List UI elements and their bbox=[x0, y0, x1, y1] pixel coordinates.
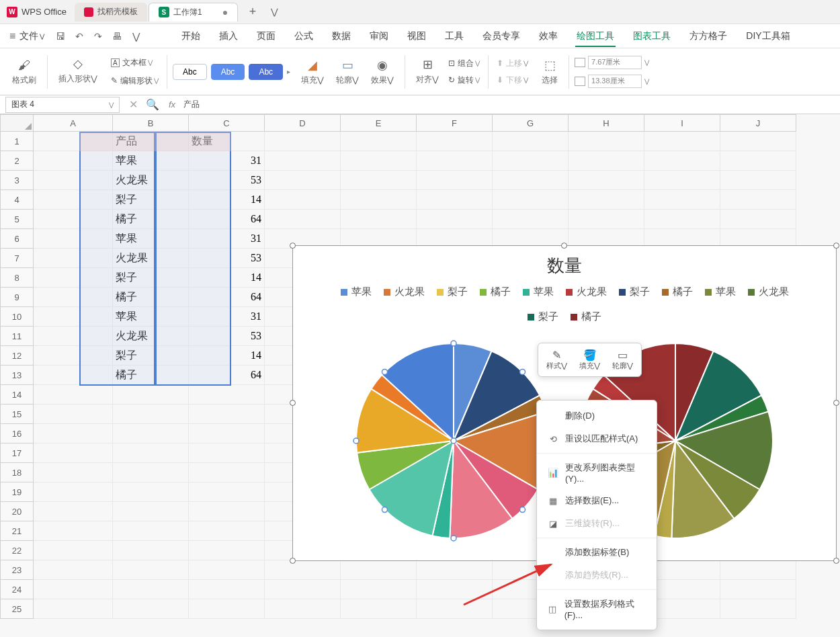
cell[interactable] bbox=[34, 346, 113, 366]
cell[interactable] bbox=[34, 443, 113, 463]
cell[interactable] bbox=[644, 171, 720, 190]
row-header[interactable]: 19 bbox=[0, 482, 34, 502]
effect-button[interactable]: ◉效果⋁ bbox=[366, 57, 399, 86]
cell[interactable] bbox=[493, 132, 569, 151]
cell[interactable] bbox=[569, 132, 644, 151]
rotate-button[interactable]: ↻旋转⋁ bbox=[446, 73, 482, 87]
ctx-select-data[interactable]: ▦选择数据(E)... bbox=[537, 489, 657, 512]
cell[interactable] bbox=[417, 580, 493, 599]
cell[interactable] bbox=[34, 210, 113, 229]
cell[interactable] bbox=[493, 151, 569, 171]
cell[interactable]: 梨子 bbox=[113, 268, 189, 288]
cell[interactable] bbox=[34, 307, 113, 327]
ctx-delete[interactable]: 删除(D) bbox=[537, 405, 657, 427]
outline-button[interactable]: ▭轮廓⋁ bbox=[331, 57, 364, 86]
menutab-10[interactable]: 绘图工具 bbox=[567, 24, 624, 48]
cell[interactable] bbox=[569, 151, 644, 171]
col-header[interactable]: D bbox=[265, 114, 341, 132]
row-header[interactable]: 6 bbox=[0, 229, 34, 249]
row-header[interactable]: 5 bbox=[0, 210, 34, 229]
row-header[interactable]: 17 bbox=[0, 443, 34, 463]
cell[interactable] bbox=[644, 132, 720, 151]
cell[interactable] bbox=[417, 132, 493, 151]
fill-button[interactable]: ◢填充⋁ bbox=[296, 57, 329, 86]
resize-handle[interactable] bbox=[833, 558, 839, 564]
formula-input[interactable]: 产品 bbox=[181, 99, 840, 110]
row-header[interactable]: 12 bbox=[0, 346, 34, 366]
cell[interactable] bbox=[720, 132, 796, 151]
menutab-8[interactable]: 会员专享 bbox=[473, 24, 530, 48]
cell[interactable] bbox=[113, 599, 189, 619]
cell[interactable] bbox=[113, 443, 189, 463]
cell[interactable] bbox=[113, 463, 189, 482]
row-header[interactable]: 10 bbox=[0, 307, 34, 327]
row-header[interactable]: 7 bbox=[0, 249, 34, 268]
fx-icon[interactable]: fx bbox=[169, 99, 175, 110]
move-down-button[interactable]: ⬇下移⋁ bbox=[494, 73, 531, 87]
row-header[interactable]: 14 bbox=[0, 385, 34, 405]
insert-shape-button[interactable]: ◇ 插入形状⋁ bbox=[53, 56, 103, 88]
col-header[interactable]: F bbox=[417, 114, 493, 132]
cell[interactable] bbox=[417, 210, 493, 229]
mini-fill-button[interactable]: 🪣填充⋁ bbox=[575, 347, 604, 372]
cell[interactable] bbox=[189, 599, 265, 619]
cell[interactable] bbox=[113, 541, 189, 560]
cell[interactable] bbox=[189, 405, 265, 424]
cell[interactable] bbox=[34, 385, 113, 405]
legend-item[interactable]: 橘子 bbox=[662, 286, 693, 298]
cell[interactable] bbox=[113, 521, 189, 541]
cell[interactable] bbox=[265, 580, 341, 599]
row-header[interactable]: 4 bbox=[0, 190, 34, 210]
cell[interactable]: 火龙果 bbox=[113, 327, 189, 346]
menutab-1[interactable]: 插入 bbox=[210, 24, 247, 48]
menutab-3[interactable]: 公式 bbox=[285, 24, 323, 48]
hamburger-icon[interactable]: ≡ bbox=[5, 30, 19, 42]
move-up-button[interactable]: ⬆上移⋁ bbox=[494, 56, 531, 71]
cell[interactable] bbox=[569, 190, 644, 210]
cell[interactable] bbox=[265, 132, 341, 151]
row-header[interactable]: 22 bbox=[0, 541, 34, 560]
mini-style-button[interactable]: ✎样式⋁ bbox=[542, 347, 571, 372]
cell[interactable]: 橘子 bbox=[113, 288, 189, 307]
cell[interactable] bbox=[34, 405, 113, 424]
cell[interactable]: 梨子 bbox=[113, 346, 189, 366]
cell[interactable] bbox=[569, 171, 644, 190]
menutab-6[interactable]: 视图 bbox=[398, 24, 435, 48]
row-header[interactable]: 9 bbox=[0, 288, 34, 307]
cell[interactable] bbox=[265, 151, 341, 171]
tab-workbook[interactable]: S 工作簿1 ● bbox=[149, 3, 238, 22]
cell[interactable] bbox=[34, 502, 113, 521]
cell[interactable] bbox=[644, 151, 720, 171]
resize-handle[interactable] bbox=[290, 243, 296, 249]
menutab-12[interactable]: 方方格子 bbox=[680, 24, 737, 48]
cell[interactable] bbox=[341, 580, 417, 599]
cell[interactable]: 64 bbox=[189, 288, 265, 307]
menutab-2[interactable]: 页面 bbox=[247, 24, 285, 48]
group-button[interactable]: ⊡组合⋁ bbox=[446, 56, 482, 71]
resize-handle[interactable] bbox=[561, 243, 567, 249]
ctx-reset-style[interactable]: ⟲重设以匹配样式(A) bbox=[537, 427, 657, 450]
cell[interactable] bbox=[341, 560, 417, 580]
cell[interactable]: 苹果 bbox=[113, 151, 189, 171]
chart-title[interactable]: 数量 bbox=[293, 254, 836, 278]
legend-item[interactable]: 火龙果 bbox=[384, 286, 425, 298]
col-header[interactable]: I bbox=[644, 114, 720, 132]
cell[interactable]: 31 bbox=[189, 229, 265, 249]
cell[interactable] bbox=[189, 482, 265, 502]
mini-outline-button[interactable]: ▭轮廓⋁ bbox=[608, 347, 637, 372]
menutab-7[interactable]: 工具 bbox=[435, 24, 473, 48]
menutab-5[interactable]: 审阅 bbox=[360, 24, 398, 48]
format-brush-group[interactable]: 🖌 格式刷 bbox=[7, 57, 42, 86]
cell[interactable] bbox=[189, 560, 265, 580]
row-header[interactable]: 13 bbox=[0, 366, 34, 385]
cell[interactable]: 31 bbox=[189, 151, 265, 171]
legend-item[interactable]: 火龙果 bbox=[566, 286, 607, 298]
redo-icon[interactable]: ↷ bbox=[91, 30, 105, 43]
cell[interactable]: 14 bbox=[189, 190, 265, 210]
cell[interactable]: 苹果 bbox=[113, 307, 189, 327]
col-header[interactable]: J bbox=[720, 114, 796, 132]
cell[interactable] bbox=[417, 599, 493, 619]
cell[interactable] bbox=[113, 385, 189, 405]
pie-chart-1[interactable] bbox=[349, 337, 558, 545]
cell[interactable] bbox=[34, 580, 113, 599]
